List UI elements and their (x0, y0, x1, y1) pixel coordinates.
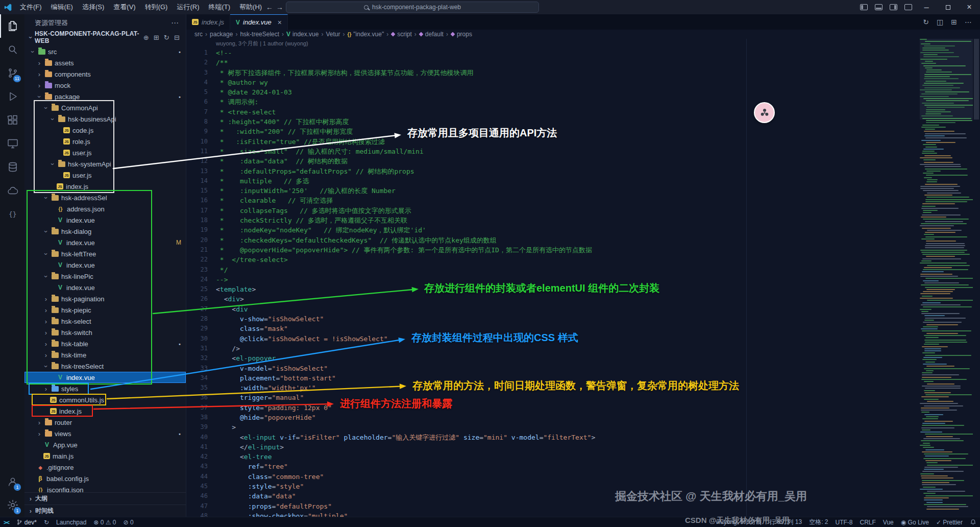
database-icon[interactable] (0, 155, 24, 179)
tree-item-mock[interactable]: ›mock (24, 80, 186, 91)
timeline-section[interactable]: › 时间线 (24, 505, 186, 517)
breadcrumb-item[interactable]: default (419, 31, 444, 38)
command-center-search[interactable]: hsk-component-packag-plat-web (286, 2, 539, 13)
tree-item-assets[interactable]: ›assets (24, 57, 186, 68)
toggle-sidebar-icon[interactable] (860, 4, 868, 10)
tree-item-hsk-leftTree[interactable]: ›hsk-leftTree (24, 248, 186, 259)
search-icon[interactable] (0, 38, 24, 61)
more-actions-icon[interactable]: ⋯ (171, 18, 179, 28)
cloud-icon[interactable] (0, 179, 24, 202)
tree-item-index.vue[interactable]: Vindex.vue (24, 259, 186, 271)
tree-item-hsk-switch[interactable]: ›hsk-switch (24, 327, 186, 338)
refresh-icon[interactable]: ↻ (164, 34, 169, 41)
menu-帮助(H)[interactable]: 帮助(H) (235, 0, 266, 14)
tree-item-jsconfig.json[interactable]: {}jsconfig.json (24, 484, 186, 492)
menu-查看(V)[interactable]: 查看(V) (109, 0, 140, 14)
history-forward-icon[interactable]: → (276, 0, 283, 14)
collapse-all-icon[interactable]: ⊟ (174, 34, 180, 41)
tree-item-hsk-addressSel[interactable]: ›hsk-addressSel (24, 192, 186, 203)
tree-item-index.vue[interactable]: Vindex.vue (24, 372, 186, 383)
status-blame[interactable]: wuyong, 5个月前 (712, 517, 766, 527)
breadcrumb-item[interactable]: hsk-treeSelect (240, 31, 279, 38)
tree-item-index.vue[interactable]: Vindex.vue (24, 282, 186, 293)
tree-item-index.js[interactable]: JSindex.js (24, 405, 186, 417)
tree-item-index.vue[interactable]: Vindex.vue (24, 214, 186, 226)
history-icon[interactable]: ↻ (923, 18, 929, 26)
editor[interactable]: wuyong, 3个月前 | 1 author (wuyong) 1<!--2/… (186, 39, 980, 517)
tree-item-hsk-pagination[interactable]: ›hsk-pagination (24, 293, 186, 304)
toggle-secondary-sidebar-icon[interactable] (890, 4, 897, 10)
scrollbar-thumb[interactable] (974, 39, 979, 119)
status-go-live[interactable]: ◉ Go Live (897, 517, 933, 527)
breadcrumb-item[interactable]: script (391, 31, 412, 38)
run-debug-icon[interactable] (0, 85, 24, 108)
close-button[interactable]: × (959, 0, 980, 14)
remote-explorer-icon[interactable] (0, 132, 24, 155)
tree-item-user.js[interactable]: JSuser.js (24, 147, 186, 158)
customize-layout-icon[interactable] (904, 4, 912, 10)
menu-选择(S)[interactable]: 选择(S) (78, 0, 109, 14)
layout-grid-icon[interactable]: ⊞ (951, 18, 957, 26)
tree-item-hsk-select[interactable]: ›hsk-select (24, 316, 186, 327)
tree-item-babel.config.js[interactable]: βbabel.config.js (24, 473, 186, 484)
tree-item-views[interactable]: ›views● (24, 428, 186, 439)
breadcrumb-item[interactable]: props (451, 31, 472, 38)
account-icon[interactable]: 1 (0, 470, 24, 493)
editor-scrollbar[interactable] (973, 39, 980, 517)
toggle-panel-icon[interactable] (875, 4, 883, 10)
new-folder-icon[interactable]: ⊞ (154, 34, 159, 41)
tab-index.js[interactable]: JSindex.js (186, 14, 230, 30)
tree-item-components[interactable]: ›components (24, 68, 186, 80)
new-file-icon[interactable]: ⊕ (143, 34, 149, 41)
project-root[interactable]: › HSK-COMPONENT-PACKAG-PLAT-WEB ⊕ ⊞ ↻ ⊟ (24, 32, 186, 43)
status-remote[interactable]: >< (0, 517, 13, 527)
tree-item-hsk-systemApi[interactable]: ›hsk-systemApi (24, 158, 186, 170)
history-back-icon[interactable]: ← (266, 0, 273, 14)
tree-item-role.js[interactable]: JSrole.js (24, 136, 186, 147)
tree-item-package[interactable]: ›package● (24, 91, 186, 102)
tree-item-index.js[interactable]: JSindex.js (24, 181, 186, 192)
close-icon[interactable]: × (278, 18, 282, 27)
settings-icon[interactable]: 1 (0, 493, 24, 517)
tab-index.vue[interactable]: Vindex.vue× (230, 14, 288, 30)
extensions-icon[interactable] (0, 108, 24, 132)
menu-编辑(E)[interactable]: 编辑(E) (46, 0, 78, 14)
breadcrumb-item[interactable]: src (194, 31, 203, 38)
tree-item-hsk-dialog[interactable]: ›hsk-dialog (24, 226, 186, 237)
tree-item-commonUtils.js[interactable]: JScommonUtils.js (24, 394, 186, 405)
tree-item-address.json[interactable]: {}address.json (24, 203, 186, 214)
status-indentation[interactable]: 空格: 2 (805, 517, 831, 527)
outline-section[interactable]: › 大纲 (24, 492, 186, 505)
tree-item-hsk-time[interactable]: ›hsk-time (24, 349, 186, 361)
breadcrumb-item[interactable]: {}"index.vue" (348, 31, 384, 38)
source-control-icon[interactable]: 11 (0, 61, 24, 85)
status-cursor-position[interactable]: 行 89, 列 13 (766, 517, 805, 527)
breadcrumb-item[interactable]: package (210, 31, 233, 38)
tree-item-hsk-table[interactable]: ›hsk-table● (24, 338, 186, 349)
maximize-button[interactable] (937, 0, 959, 14)
menu-终端(T)[interactable]: 终端(T) (204, 0, 235, 14)
tree-item-code.js[interactable]: JScode.js (24, 125, 186, 136)
tree-item-router[interactable]: ›router (24, 417, 186, 428)
tree-item-src[interactable]: ›src● (24, 46, 186, 57)
status-encoding[interactable]: UTF-8 (832, 517, 856, 527)
split-editor-icon[interactable]: ◫ (937, 18, 943, 26)
tree-item-index.vue[interactable]: Vindex.vueM (24, 237, 186, 248)
tree-item-user.js[interactable]: JSuser.js (24, 170, 186, 181)
menu-文件(F)[interactable]: 文件(F) (15, 0, 46, 14)
status-language-mode[interactable]: Vue (879, 517, 897, 527)
status-prettier[interactable]: ✓ Prettier (933, 517, 966, 527)
status-sync[interactable]: ↻ (40, 517, 53, 527)
status-branch[interactable]: dev* (13, 517, 40, 527)
status-notifications[interactable] (966, 517, 980, 527)
minimap[interactable] (920, 39, 973, 517)
tree-item-hsk-treeSelect[interactable]: ›hsk-treeSelect (24, 361, 186, 372)
status-eol[interactable]: CRLF (856, 517, 879, 527)
tree-item-CommonApi[interactable]: ›CommonApi (24, 102, 186, 113)
floating-tool-badge[interactable] (754, 102, 775, 123)
breadcrumb-item[interactable]: Vindex.vue (286, 31, 318, 38)
tree-item-hsk-businessApi[interactable]: ›hsk-businessApi (24, 113, 186, 125)
tree-item-.gitignore[interactable]: ◆.gitignore (24, 462, 186, 473)
breadcrumb-item[interactable]: Vetur (326, 31, 340, 38)
tree-item-main.js[interactable]: JSmain.js (24, 450, 186, 462)
